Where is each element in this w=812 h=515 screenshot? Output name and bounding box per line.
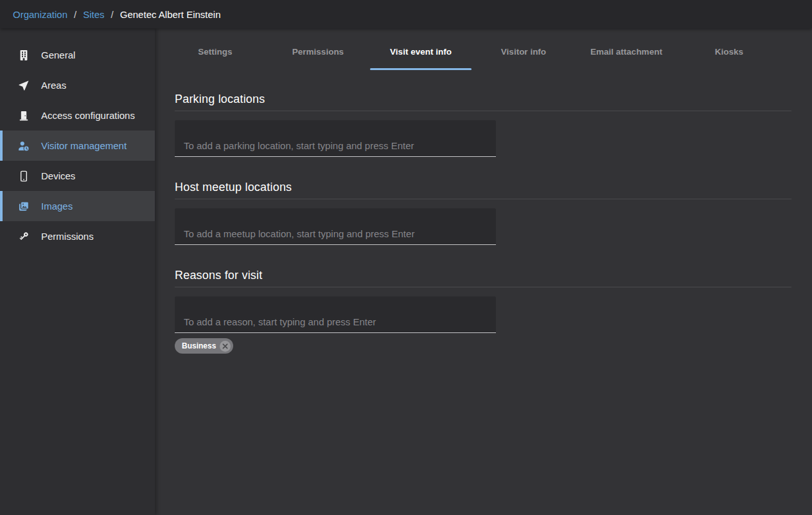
sidebar: General Areas Access configurations Visi…	[0, 28, 155, 515]
tab-label: Permissions	[292, 47, 344, 57]
tab-label: Settings	[198, 47, 232, 57]
tab-visitor-info[interactable]: Visitor info	[472, 28, 575, 71]
navigation-arrow-icon	[17, 79, 30, 92]
section-host-meetup-locations: Host meetup locations	[175, 181, 791, 245]
close-icon	[222, 343, 228, 349]
reason-input[interactable]	[175, 296, 496, 333]
parking-location-input[interactable]	[175, 120, 496, 157]
section-title: Parking locations	[175, 93, 791, 106]
tab-bar: Settings Permissions Visit event info Vi…	[155, 28, 812, 71]
section-title: Reasons for visit	[175, 269, 791, 282]
sidebar-item-devices[interactable]: Devices	[0, 161, 155, 191]
sidebar-item-permissions[interactable]: Permissions	[0, 221, 155, 251]
sidebar-item-label: General	[41, 50, 75, 60]
tab-kiosks[interactable]: Kiosks	[678, 28, 781, 71]
tab-visit-event-info[interactable]: Visit event info	[369, 28, 472, 71]
sidebar-item-label: Visitor management	[41, 140, 127, 151]
active-tab-underline	[370, 68, 472, 70]
section-parking-locations: Parking locations	[175, 93, 791, 157]
tab-label: Visit event info	[390, 47, 452, 57]
chip-label: Business	[182, 341, 216, 350]
app-window: Organization / Sites / Genetec Albert Ei…	[0, 0, 812, 515]
breadcrumb-link-organization[interactable]: Organization	[13, 9, 67, 20]
sidebar-item-images[interactable]: Images	[0, 191, 155, 221]
sidebar-item-visitor-management[interactable]: Visitor management	[0, 131, 155, 161]
breadcrumb-separator: /	[111, 9, 114, 20]
chip-remove-button[interactable]	[220, 341, 231, 352]
key-icon	[17, 230, 30, 243]
section-divider	[175, 199, 791, 199]
sidebar-item-label: Permissions	[41, 231, 94, 242]
tab-label: Email attachment	[590, 47, 662, 57]
tab-label: Kiosks	[715, 47, 743, 57]
tab-settings[interactable]: Settings	[164, 28, 267, 71]
smartphone-icon	[17, 170, 30, 183]
building-icon	[17, 49, 30, 62]
tab-panel-visit-event-info: Parking locations Host meetup locations …	[155, 71, 812, 515]
breadcrumb-link-sites[interactable]: Sites	[83, 9, 104, 20]
door-icon	[17, 109, 30, 122]
breadcrumb-current-page: Genetec Albert Einstein	[120, 9, 221, 20]
section-divider	[175, 111, 791, 111]
sidebar-item-areas[interactable]: Areas	[0, 70, 155, 100]
tab-email-attachment[interactable]: Email attachment	[575, 28, 678, 71]
sidebar-item-access-configurations[interactable]: Access configurations	[0, 100, 155, 131]
sidebar-item-general[interactable]: General	[0, 40, 155, 70]
tab-permissions[interactable]: Permissions	[267, 28, 369, 71]
sidebar-item-label: Areas	[41, 80, 66, 91]
chip-business: Business	[175, 338, 233, 354]
breadcrumb: Organization / Sites / Genetec Albert Ei…	[0, 0, 812, 28]
section-divider	[175, 287, 791, 287]
tab-label: Visitor info	[501, 47, 546, 57]
sidebar-item-label: Devices	[41, 170, 75, 181]
section-title: Host meetup locations	[175, 181, 791, 194]
breadcrumb-separator: /	[74, 9, 76, 20]
meetup-location-input[interactable]	[175, 208, 496, 245]
reason-chip-list: Business	[175, 338, 791, 354]
sidebar-item-label: Images	[41, 201, 73, 212]
photo-stack-icon	[17, 200, 30, 213]
sidebar-item-label: Access configurations	[41, 110, 135, 121]
visitor-person-clock-icon	[17, 140, 30, 152]
section-reasons-for-visit: Reasons for visit Business	[175, 269, 791, 354]
main-content: Settings Permissions Visit event info Vi…	[155, 28, 812, 515]
